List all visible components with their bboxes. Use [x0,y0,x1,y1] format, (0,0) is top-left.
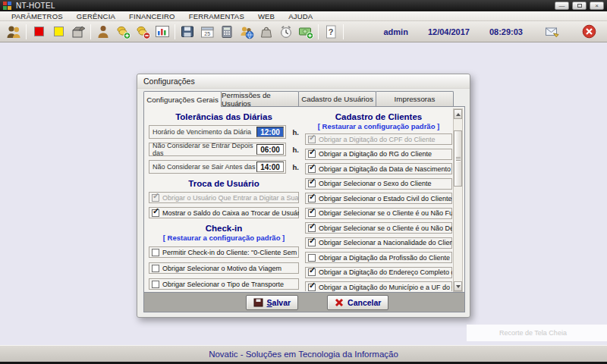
minimize-button[interactable]: — [555,2,569,10]
red-x-icon [335,298,344,307]
checkbox-row[interactable]: ✓ Obrigar a Digitação da Data de Nascime… [305,163,452,174]
exit-icon[interactable] [579,23,599,41]
toolbar-separator [318,24,319,39]
checkbox-label: Obrigar a Digitação da Profissão do Clie… [319,254,450,262]
checkbox[interactable]: ✓ [308,239,316,246]
coins-in-icon[interactable] [113,23,133,41]
checkbox-row[interactable]: ✓ Obrigar Selecionar se o Cliente é ou N… [305,222,452,234]
checkbox[interactable]: ✓ [152,249,159,256]
checkbox-label: Obrigar Selecionar se o Cliente é ou Não… [319,209,452,217]
checkbox[interactable]: ✓ [308,224,316,232]
yellow-status-icon[interactable] [49,23,68,41]
clock-icon[interactable] [276,23,296,41]
coins-out-icon[interactable] [133,23,153,41]
section-heading-cadastro-clientes: Cadastro de Clientes [305,112,452,121]
checkbox[interactable]: ✓ [152,209,159,217]
save-icon[interactable] [178,23,197,41]
calculator-icon[interactable] [217,23,237,41]
scroll-up-button[interactable] [454,109,462,119]
checkbox-row[interactable]: ✓ Obrigar a Digitação do Município e a U… [305,281,452,291]
menu-item[interactable]: FERRAMENTAS [182,12,251,20]
menu-item[interactable]: AJUDA [281,12,319,20]
status-text: Novatic - Soluções em Tecnologia da Info… [209,350,398,359]
checkbox-row[interactable]: ✓ Obrigar Selecionar o Sexo do Cliente [305,178,452,190]
checkbox[interactable]: ✓ [152,281,159,288]
checkbox[interactable]: ✓ [308,268,316,276]
checkbox-row[interactable]: ✓ Obrigar Selecionar o Estado Civil do C… [305,193,452,204]
checkbox-row[interactable]: ✓ Obrigar a Digitação do RG do Cliente [305,149,452,160]
checkbox[interactable]: ✓ [308,284,316,291]
tab[interactable]: Configurações Gerais [143,91,222,107]
checkbox[interactable]: ✓ [308,195,316,202]
checkbox-row[interactable]: ✓ Obrigar Selecionar o Motivo da Viagem [149,262,299,274]
person-icon[interactable] [93,23,113,41]
current-time: 08:29:03 [489,27,523,36]
tab-strip: Configurações GeraisPermissões de Usuári… [143,91,453,106]
checkbox[interactable]: ✓ [308,180,316,187]
checkbox[interactable]: ✓ [152,265,159,272]
maximize-button[interactable] [572,2,587,10]
checkbox-row[interactable]: ✓ Obrigar a Digitação da Profissão do Cl… [305,252,452,263]
users-globe-icon[interactable] [237,23,256,41]
checkbox-row[interactable]: ✓ Obrigar Selecionar a Nacionalidade do … [305,237,452,249]
scrollbar-thumb[interactable] [454,130,462,187]
restore-default-link-checkin[interactable]: [ Restaurar a configuração padrão ] [149,234,299,242]
menu-item[interactable]: FINANCEIRO [122,12,182,20]
close-button[interactable]: × [590,2,604,10]
menu-item[interactable]: PARÂMETROS [5,12,70,20]
checkbox-row[interactable]: ✓ Permitir Check-in do Cliente: "0-Clien… [149,246,299,258]
arrow-down-icon [456,285,461,288]
checkbox-label: Obrigar Selecionar se o Cliente é ou Não… [319,224,452,232]
checkbox-label: Obrigar Selecionar a Nacionalidade do Cl… [319,239,452,246]
checkbox-row[interactable]: ✓ Obrigar Selecionar se o Cliente é ou N… [305,208,452,219]
menu-item[interactable]: GERÊNCIA [70,12,122,20]
restore-default-link-clients[interactable]: [ Restaurar a configuração padrão ] [305,122,452,130]
time-value-input[interactable]: 14:00 [256,162,284,172]
checkbox-label: Permitir Check-in do Cliente: "0-Cliente… [162,249,299,256]
checkbox-row[interactable]: ✓ Obrigar o Usuário Que Entrar a Digitar… [149,192,299,203]
cash-plus-icon[interactable] [296,23,316,41]
tab[interactable]: Cadastro de Usuários [298,91,376,106]
logged-user: admin [383,27,407,36]
checkbox-label: Obrigar a Digitação do Município e a UF … [319,284,452,291]
checkbox-label: Mostrar o Saldo do Caixa ao Trocar de Us… [162,209,299,217]
bag-icon[interactable] [256,23,276,41]
floppy-icon [253,298,263,307]
checkbox[interactable]: ✓ [308,165,316,173]
time-unit-label: h. [286,146,299,154]
arrow-up-icon [456,113,461,116]
checkbox[interactable]: ✓ [308,136,316,143]
checkbox[interactable]: ✓ [308,150,316,158]
dialog-button-bar: Salvar Cancelar [143,293,465,312]
chart-icon[interactable] [153,23,172,41]
scroll-down-button[interactable] [454,281,462,291]
checkbox[interactable]: ✓ [152,194,159,202]
checkbox[interactable]: ✓ [308,209,316,217]
help-icon[interactable]: ? [321,23,341,41]
watermark-text: Recorte de Tela Cheia [499,329,567,337]
tab[interactable]: Permissões de Usuários [221,91,299,106]
time-setting-label: Não Considerar se Entrar Depois das [153,142,256,157]
clients-scrollbar[interactable] [453,108,463,292]
menu-item[interactable]: WEB [251,12,281,20]
time-unit-label: h. [286,128,299,136]
save-button[interactable]: Salvar [246,295,299,310]
svg-text:?: ? [329,27,334,36]
dialog-title-bar[interactable]: Configurações [137,74,470,89]
checkbox-row[interactable]: ✓ Obrigar a Digitação do Endereço Comple… [305,267,452,278]
time-value-input[interactable]: 12:00 [256,127,284,137]
checkbox[interactable]: ✓ [308,254,316,262]
calendar-icon[interactable]: 25 [197,23,217,41]
mail-icon[interactable] [543,23,562,41]
checkbox-row[interactable]: ✓ Obrigar a Digitação do CPF do Cliente [305,133,452,145]
checkbox-row[interactable]: ✓ Mostrar o Saldo do Caixa ao Trocar de … [149,207,299,218]
checkbox-row[interactable]: ✓ Obrigar Selecionar o Tipo de Transport… [149,278,299,290]
guests-icon[interactable] [4,23,24,41]
time-value-input[interactable]: 06:00 [256,144,284,155]
checkbox-label: Obrigar Selecionar o Sexo do Cliente [319,180,432,187]
tab[interactable]: Impressoras [376,91,454,106]
package-icon[interactable] [68,23,88,41]
cancel-button[interactable]: Cancelar [327,295,388,310]
red-status-icon[interactable] [29,23,49,41]
status-bar: Novatic - Soluções em Tecnologia da Info… [0,345,607,362]
